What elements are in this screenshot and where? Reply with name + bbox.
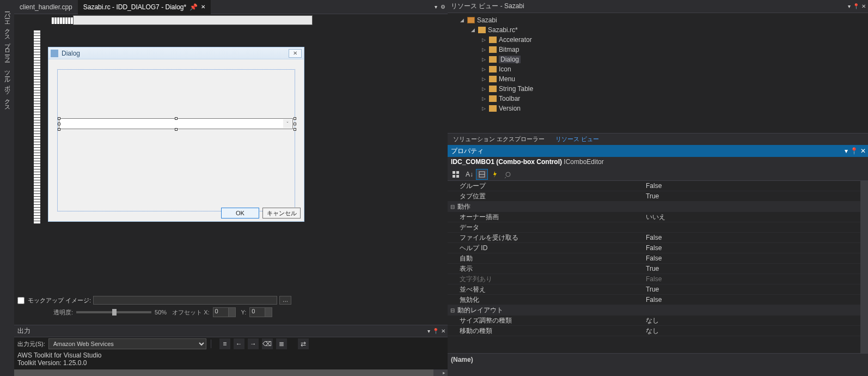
mockup-browse-button[interactable]: ... [279,296,291,305]
pin-icon[interactable]: 📍 [850,147,858,155]
folder-icon [489,37,497,43]
ok-button[interactable]: OK [221,208,259,219]
dropdown-icon[interactable]: ▾ [427,328,430,334]
dialog-client-area[interactable]: ˇ [57,69,295,211]
find-message-button[interactable]: ≡ [219,338,230,349]
output-scrollbar[interactable]: ◂ ▸ [14,369,448,376]
resize-handle[interactable] [58,128,60,131]
close-icon[interactable]: ✕ [860,147,866,155]
right-panel-tabs: ソリューション エクスプローラー リソース ビュー [448,133,868,145]
mockup-checkbox[interactable] [17,297,25,304]
tab-solution-explorer[interactable]: ソリューション エクスプローラー [448,134,550,145]
wrap-button[interactable]: ≣ [276,338,287,349]
tree-folder-stringtable[interactable]: ▷String Table [448,84,868,94]
messages-button[interactable] [502,169,514,180]
log-line: Toolkit Version: 1.25.0.0 [17,359,444,367]
tree-folder-menu[interactable]: ▷Menu [448,74,868,84]
output-source-select[interactable]: Amazon Web Services [48,338,206,349]
dialog-preview[interactable]: Dialog ✕ ˇ OK キャンセル [48,47,304,222]
scroll-thumb[interactable] [14,369,433,376]
resource-view-title: リソース ビュー - Sazabi ▾ 📍 ✕ [448,0,868,13]
offset-y-input[interactable]: 0 [249,307,272,317]
resize-handle[interactable] [175,128,178,131]
dialog-title-text: Dialog [62,50,80,57]
next-message-button[interactable]: → [248,338,259,349]
resize-handle[interactable] [294,128,296,131]
resize-handle[interactable] [58,123,60,125]
dropdown-icon[interactable]: ▾ [845,147,848,155]
svg-rect-0 [453,171,455,174]
log-line: AWS Toolkit for Visual Studio [17,351,444,359]
resize-handle[interactable] [294,123,296,125]
collapse-icon[interactable]: ⊟ [448,204,457,210]
svg-rect-3 [456,175,459,178]
close-tab-icon[interactable]: ✕ [201,4,205,10]
tree-folder-icon[interactable]: ▷Icon [448,64,868,74]
prev-message-button[interactable]: ← [234,338,244,349]
pinned-icon[interactable]: 📌 [190,3,198,11]
properties-scrollbar[interactable] [860,181,868,353]
tab-sazabi-rc[interactable]: Sazabi.rc - IDD_DIALOG7 - Dialog* 📌 ✕ [78,0,211,14]
tab-overflow-icon[interactable]: ▾ [435,4,437,10]
tree-rc[interactable]: ◢Sazabi.rc* [448,25,868,35]
svg-point-7 [506,172,510,177]
tree-folder-accelerator[interactable]: ▷Accelerator [448,35,868,45]
properties-button[interactable] [476,169,488,180]
toggle-button[interactable]: ⇄ [298,338,309,349]
server-explorer-tab[interactable]: ーバー エクスプローラー [2,5,13,62]
tab-resource-view[interactable]: リソース ビュー [550,134,604,145]
output-log[interactable]: AWS Toolkit for Visual Studio Toolkit Ve… [14,350,448,369]
folder-icon [489,86,497,92]
resource-tree[interactable]: ◢Sazabi ◢Sazabi.rc* ▷Accelerator ▷Bitmap… [448,13,868,133]
mockup-path-input[interactable] [93,296,277,305]
pin-icon[interactable]: 📍 [853,3,859,9]
categorized-button[interactable] [450,169,462,180]
opacity-slider[interactable] [76,311,151,313]
svg-text:A↓: A↓ [466,171,473,178]
cancel-button[interactable]: キャンセル [262,208,301,219]
tree-folder-bitmap[interactable]: ▷Bitmap [448,45,868,54]
svg-rect-2 [453,175,455,178]
output-toolbar: 出力元(S): Amazon Web Services ≡ ← → ⌫ ≣ ⇄ [14,337,448,350]
folder-icon [489,95,497,102]
pin-icon[interactable]: 📍 [432,328,439,334]
mockup-image-bar: モックアップ イメージ: ... [17,295,444,305]
folder-icon [489,76,497,82]
close-icon[interactable]: ✕ [441,328,445,334]
combobox-control[interactable]: ˇ [59,118,293,129]
horizontal-ruler [51,17,299,24]
resize-handle[interactable] [175,117,178,120]
resize-handle[interactable] [294,117,296,120]
folder-icon [478,27,486,33]
tree-root[interactable]: ◢Sazabi [448,15,868,25]
left-tool-tabs: ーバー エクスプローラー ツールボックス [0,0,14,376]
resize-handle[interactable] [58,117,60,120]
scroll-right-icon[interactable]: ▸ [440,369,448,376]
tab-client-handler[interactable]: client_handler.cpp [14,0,78,14]
dialog-titlebar[interactable]: Dialog ✕ [48,47,304,59]
tree-folder-version[interactable]: ▷Version [448,104,868,113]
dropdown-icon[interactable]: ▾ [848,3,851,9]
alphabetical-button[interactable]: A↓ [463,169,475,180]
offset-x-input[interactable]: 0 [213,307,236,317]
clear-button[interactable]: ⌫ [262,338,273,349]
gear-icon[interactable]: ⚙ [441,4,445,10]
events-button[interactable] [489,169,501,180]
dialog-close-icon[interactable]: ✕ [289,49,302,58]
collapse-icon[interactable]: ⊟ [448,307,457,313]
folder-icon [489,105,497,112]
folder-icon [489,66,497,72]
properties-object[interactable]: IDC_COMBO1 (Combo-box Control) IComboEdi… [448,157,868,168]
combo-dropdown-icon[interactable]: ˇ [283,119,292,128]
slider-thumb[interactable] [112,309,117,316]
svg-rect-1 [456,171,459,174]
tree-folder-toolbar[interactable]: ▷Toolbar [448,94,868,104]
project-icon [467,17,475,23]
close-icon[interactable]: ✕ [861,3,866,9]
dialog-editor: Dialog ✕ ˇ OK キャンセル [14,14,448,325]
properties-grid[interactable]: グループFalse タブ位置True ⊟動作 オーナー描画いいえ データ ファイ… [448,181,868,353]
properties-title: プロパティ ▾ 📍 ✕ [448,145,868,157]
tree-folder-dialog[interactable]: ▷Dialog [448,54,868,64]
toolbox-tab[interactable]: ツールボックス [2,63,13,112]
offset-x-label: オフセット X: [172,308,209,317]
